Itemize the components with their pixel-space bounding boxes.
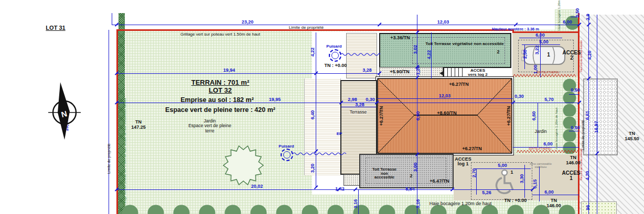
- hauteur-acrotere: Hauteur acrotère : 3.36 m: [492, 27, 539, 31]
- dim-5-00-parking: 5,00: [539, 40, 549, 44]
- dim-3-30: 3,30: [520, 170, 524, 188]
- dim-12-03-roof: 12,03: [439, 94, 451, 98]
- toit-vegetalise-label: Toit Terrasse végétalisé non accessible: [425, 42, 504, 46]
- tn-zero-top: TN : +0.00: [325, 63, 347, 68]
- reseaux-label-top: EDF/TEL/FT/AEP/EU: [536, 72, 559, 74]
- tn-value: 146.00: [546, 203, 561, 208]
- dim-3-00: 3,00: [413, 159, 418, 176]
- utility-line-top: [513, 74, 579, 78]
- raccord-label-top: Raccord au réseau existant: [580, 40, 583, 72]
- acces-num: 1: [562, 176, 580, 181]
- grillage-left-band: Grillage vert sur poteau vert 1.50m de h…: [123, 98, 126, 207]
- gravel-band-left: [304, 78, 341, 175]
- dim-5-00-handicap: 5,00: [498, 163, 507, 168]
- level-627-left: +6.27/TN: [379, 104, 384, 128]
- dim-line: [519, 38, 562, 38]
- site-plan: 23,20 12,03 6,00 6,00 5,00 19,94 3,28 19…: [0, 0, 644, 214]
- level-627-right: +6.27/TN: [507, 104, 511, 128]
- log1-word: log 1: [455, 162, 471, 166]
- dim-6-00-top: 6,00: [563, 20, 572, 25]
- level-627-bottom: +6.27/TN: [462, 147, 481, 151]
- lot32-title: LOT 32: [209, 87, 232, 94]
- puisard-icon-top: [329, 49, 341, 62]
- dim-0-50-a: 0,50: [571, 88, 580, 93]
- raccord-label-bottom: Raccord au réseau existant: [580, 149, 583, 181]
- dim-line: [112, 25, 579, 25]
- property-line-left: [116, 30, 118, 214]
- terrain-title: TERRAIN : 701 m²: [191, 79, 250, 86]
- car-space-num: 1: [547, 52, 550, 58]
- toit-na-num: 2: [410, 174, 412, 178]
- tree-icon: [223, 145, 264, 186]
- dim-4-20-a: 4,20: [587, 47, 592, 64]
- handicap-space-num: 1: [510, 170, 513, 175]
- dim-0-30-left: 0,30: [366, 97, 375, 102]
- dim-4-22-a: 4,22: [310, 43, 315, 61]
- toit-na-line3: accessible: [372, 175, 396, 179]
- north-compass-icon: N: [46, 81, 83, 141]
- dim-2-98: 2,98: [348, 97, 357, 102]
- zone-line2: stabilisée: [530, 165, 552, 168]
- lot31-label: LOT 31: [46, 25, 65, 31]
- puisard-inner-circle: [283, 151, 291, 159]
- dim-6-15: 6,15: [533, 175, 538, 193]
- dim-2-70: 2,70: [472, 164, 477, 182]
- dim-line: [116, 189, 532, 190]
- dim-2-9: 2,9: [586, 8, 591, 26]
- dim-line: [597, 15, 597, 214]
- dim-4-22-b: 4,22: [427, 46, 432, 64]
- dim-line: [569, 94, 579, 95]
- tn-14725: TN 147.25: [131, 119, 146, 130]
- jardin-block: Jardin Espace vert de pleine terre: [188, 119, 231, 133]
- dim-line: [522, 44, 560, 45]
- dim-3-16-a: 3,16: [353, 195, 358, 213]
- dim-3-28-top: 3,28: [362, 68, 372, 73]
- dim-1-00: 1,00: [533, 61, 538, 78]
- dim-line: [569, 131, 579, 131]
- puisard-label-top: Puisard: [326, 44, 341, 49]
- dim-line: [539, 166, 540, 201]
- espace-vert-title: Espace vert de pleine terre : 420 m²: [165, 107, 275, 114]
- dim-line: [116, 73, 379, 74]
- dim-line: [377, 98, 513, 99]
- puisard-inner-circle: [331, 52, 339, 59]
- level-647: +6.47/TN: [430, 179, 449, 184]
- reseaux-label-bottom: EDF/TEL/FT/AEP/EU: [529, 148, 551, 151]
- limite-propriete-left: Limite de propriété: [107, 143, 111, 174]
- dim-0-30-right: 0,30: [514, 94, 524, 99]
- dim-8-64: 8,64: [405, 187, 415, 192]
- dim-line: [474, 168, 531, 169]
- dim-6-61: 6,61: [585, 107, 590, 125]
- puisard-icon-bottom: [281, 149, 293, 161]
- limite-propriete-right: Limite de propriété: [581, 120, 585, 150]
- terrasse-label: Terrasse: [350, 110, 367, 115]
- emprise-title: Emprise au sol : 182 m²: [180, 97, 254, 104]
- dim-3-20: 3,20: [310, 160, 315, 177]
- limite-propriete-top: Limite de propriété: [289, 26, 324, 30]
- dim-3-28-terrasse: 3,28: [355, 103, 364, 107]
- tn-label: TN: [131, 119, 146, 125]
- dim-19-94: 19,94: [223, 68, 235, 73]
- dim-0-50-top-right: 0,50: [575, 4, 580, 22]
- dim-5-70: 5,70: [544, 97, 554, 102]
- grillage-top: Grillage vert sur poteau vert 1.50m de h…: [180, 32, 260, 37]
- tn-146-a: TN 146.00: [566, 155, 581, 166]
- level-590: +5.90/TN: [390, 70, 409, 74]
- dim-12-03-top: 12,03: [437, 20, 449, 25]
- dim-line: [524, 165, 525, 198]
- property-line-top-right: [512, 31, 579, 33]
- acces-log2-label: ACCES vers log 2: [468, 69, 487, 77]
- drain-wavy-top: [340, 52, 380, 57]
- haie-top-right: Haie bocagère 1.20m de haut: [557, 0, 561, 30]
- zone-carrossable-label: zone carrossable stabilisée: [530, 162, 552, 168]
- jardin-right-label: Jardin: [534, 129, 546, 134]
- acces-num: 2: [562, 55, 581, 61]
- level-336: +3.36/TN: [390, 36, 410, 40]
- dim-6-60-jardin: 6,60: [532, 107, 536, 125]
- acces-log1-label: ACCES log 1: [455, 157, 471, 166]
- puisard-label-bottom: Puisard: [278, 144, 294, 149]
- jardin-line3: terre: [188, 129, 231, 133]
- dim-1-20: 1,20: [416, 62, 421, 80]
- tn-value: 146.00: [566, 160, 581, 165]
- tn-label: TN: [625, 131, 639, 136]
